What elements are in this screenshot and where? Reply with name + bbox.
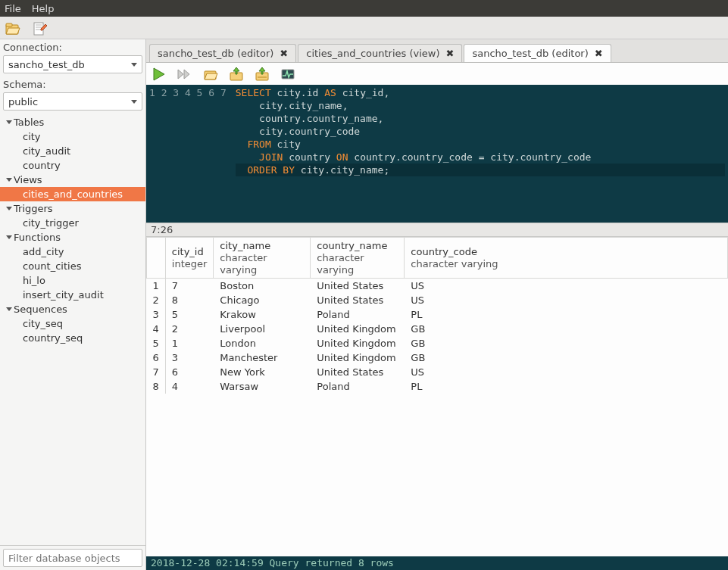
tree-item-table[interactable]: city <box>0 129 145 144</box>
table-row[interactable]: 42LiverpoolUnited KingdomGB <box>147 322 728 336</box>
object-tree: Tables city city_audit country Views cit… <box>0 114 145 545</box>
tree-group-triggers[interactable]: Triggers <box>0 201 145 216</box>
code-area[interactable]: SELECT city.id AS city_id, city.city_nam… <box>233 85 728 223</box>
close-icon[interactable]: ✖ <box>446 48 455 59</box>
export-icon[interactable] <box>254 66 270 83</box>
cell[interactable]: 3 <box>165 350 214 365</box>
close-icon[interactable]: ✖ <box>595 48 603 59</box>
tab-view[interactable]: cities_and_countries (view) ✖ <box>298 44 462 62</box>
column-header[interactable]: city_namecharacter varying <box>214 238 311 279</box>
filter-objects-input[interactable] <box>3 549 142 567</box>
tree-group-views[interactable]: Views <box>0 173 145 187</box>
cursor-position: 7:26 <box>146 223 728 237</box>
row-number: 3 <box>147 307 166 322</box>
results-grid[interactable]: city_idinteger city_namecharacter varyin… <box>146 237 728 556</box>
cell[interactable]: London <box>214 336 311 350</box>
cell[interactable]: Chicago <box>214 293 311 307</box>
cell[interactable]: 8 <box>165 293 214 307</box>
table-row[interactable]: 35KrakowPolandPL <box>147 307 728 322</box>
connection-select[interactable]: sancho_test_db <box>3 55 142 73</box>
row-number: 2 <box>147 293 166 307</box>
table-row[interactable]: 63ManchesterUnited KingdomGB <box>147 350 728 365</box>
activity-monitor-icon[interactable] <box>280 66 296 83</box>
svg-marker-2 <box>6 28 20 34</box>
cell[interactable]: United States <box>311 365 405 379</box>
save-sql-icon[interactable] <box>228 66 245 83</box>
cell[interactable]: 6 <box>165 365 214 379</box>
cell[interactable]: US <box>405 365 728 379</box>
filter-container <box>0 545 145 570</box>
cell[interactable]: Warsaw <box>214 379 311 394</box>
table-row[interactable]: 51LondonUnited KingdomGB <box>147 336 728 350</box>
cell[interactable]: Manchester <box>214 350 311 365</box>
cell[interactable]: 1 <box>165 336 214 350</box>
tree-item-table[interactable]: city_audit <box>0 144 145 158</box>
cell[interactable]: United Kingdom <box>311 322 405 336</box>
svg-marker-8 <box>154 68 164 80</box>
chevron-down-icon <box>131 100 137 104</box>
cell[interactable]: GB <box>405 350 728 365</box>
edit-document-icon[interactable] <box>32 20 48 37</box>
row-number: 4 <box>147 322 166 336</box>
cell[interactable]: United States <box>311 293 405 307</box>
results-header-row: city_idinteger city_namecharacter varyin… <box>147 238 728 279</box>
open-file-icon[interactable] <box>5 20 21 37</box>
column-header[interactable]: country_codecharacter varying <box>405 238 728 279</box>
cell[interactable]: US <box>405 279 728 294</box>
tab-label: sancho_test_db (editor) <box>472 48 588 59</box>
cell[interactable]: United Kingdom <box>311 336 405 350</box>
cell[interactable]: 7 <box>165 279 214 294</box>
svg-marker-10 <box>184 70 189 79</box>
cell[interactable]: US <box>405 293 728 307</box>
cell[interactable]: Poland <box>311 379 405 394</box>
cell[interactable]: GB <box>405 322 728 336</box>
table-row[interactable]: 28ChicagoUnited StatesUS <box>147 293 728 307</box>
tree-item-function[interactable]: add_city <box>0 245 145 259</box>
column-header[interactable]: country_namecharacter varying <box>311 238 405 279</box>
sql-editor[interactable]: 1 2 3 4 5 6 7 SELECT city.id AS city_id,… <box>146 85 728 223</box>
tree-group-tables[interactable]: Tables <box>0 115 145 129</box>
close-icon[interactable]: ✖ <box>280 48 288 59</box>
tree-item-view[interactable]: cities_and_countries <box>0 187 145 201</box>
cell[interactable]: PL <box>405 379 728 394</box>
tree-group-functions[interactable]: Functions <box>0 230 145 245</box>
cell[interactable]: Boston <box>214 279 311 294</box>
table-row[interactable]: 17BostonUnited StatesUS <box>147 279 728 294</box>
tree-item-table[interactable]: country <box>0 158 145 173</box>
tree-group-label: Tables <box>14 117 44 128</box>
tab-editor-active[interactable]: sancho_test_db (editor) ✖ <box>464 44 611 62</box>
cell[interactable]: 5 <box>165 307 214 322</box>
table-row[interactable]: 76New YorkUnited StatesUS <box>147 365 728 379</box>
tab-editor[interactable]: sancho_test_db (editor) ✖ <box>149 44 296 62</box>
cell[interactable]: Krakow <box>214 307 311 322</box>
tree-item-trigger[interactable]: city_trigger <box>0 216 145 230</box>
tree-item-function[interactable]: insert_city_audit <box>0 288 145 302</box>
svg-rect-1 <box>6 23 12 26</box>
menu-help[interactable]: Help <box>32 3 55 14</box>
tab-label: sancho_test_db (editor) <box>158 48 273 59</box>
tree-item-function[interactable]: count_cities <box>0 259 145 273</box>
column-header[interactable]: city_idinteger <box>165 238 214 279</box>
tree-item-sequence[interactable]: country_seq <box>0 331 145 345</box>
tree-group-sequences[interactable]: Sequences <box>0 302 145 316</box>
cell[interactable]: United Kingdom <box>311 350 405 365</box>
editor-toolbar <box>146 62 728 85</box>
schema-select[interactable]: public <box>3 92 142 111</box>
cell[interactable]: United States <box>311 279 405 294</box>
tree-item-sequence[interactable]: city_seq <box>0 316 145 331</box>
cell[interactable]: 2 <box>165 322 214 336</box>
cell[interactable]: Liverpool <box>214 322 311 336</box>
cell[interactable]: Poland <box>311 307 405 322</box>
status-bar: 2018-12-28 02:14:59 Query returned 8 row… <box>146 556 728 570</box>
run-step-icon[interactable] <box>177 66 193 83</box>
cell[interactable]: PL <box>405 307 728 322</box>
cell[interactable]: GB <box>405 336 728 350</box>
cell[interactable]: 4 <box>165 379 214 394</box>
open-sql-icon[interactable] <box>202 66 219 83</box>
connection-value: sancho_test_db <box>8 59 85 70</box>
table-row[interactable]: 84WarsawPolandPL <box>147 379 728 394</box>
run-query-icon[interactable] <box>151 66 167 83</box>
cell[interactable]: New York <box>214 365 311 379</box>
menu-file[interactable]: File <box>5 3 21 14</box>
tree-item-function[interactable]: hi_lo <box>0 273 145 288</box>
